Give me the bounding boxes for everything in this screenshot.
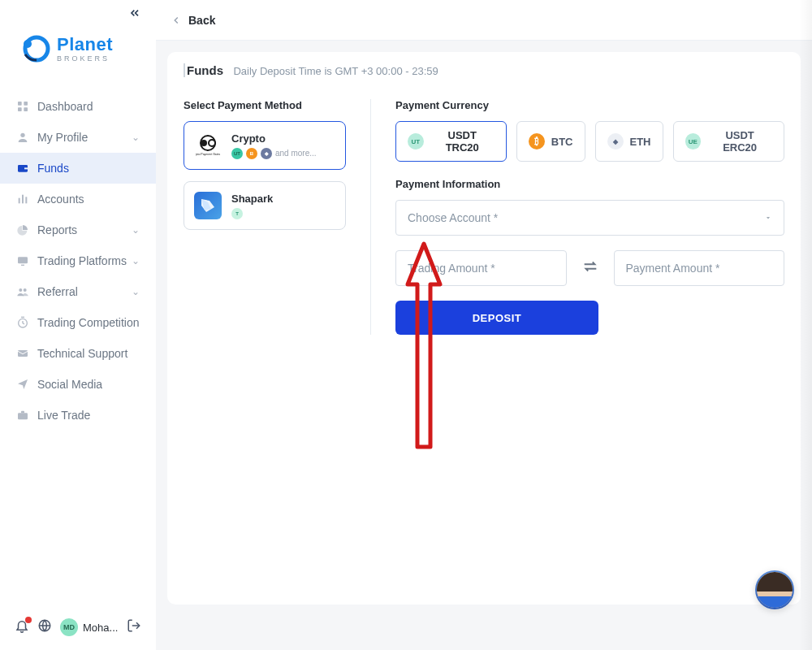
platform-icon — [16, 254, 29, 267]
toman-chip-icon: T — [231, 208, 243, 219]
page-title: Funds — [184, 63, 223, 77]
sidebar-item-label: Accounts — [37, 193, 140, 206]
sidebar-item-label: My Profile — [37, 131, 132, 144]
wallet-icon — [16, 162, 29, 175]
payment-amount-input[interactable] — [626, 262, 773, 275]
logout-icon — [127, 618, 141, 633]
logout-button[interactable] — [127, 618, 141, 636]
payment-method-crypto[interactable]: Crypto Payment Gateway Crypto UT B ◆ and… — [184, 121, 346, 170]
svg-point-14 — [19, 288, 22, 292]
pie-icon — [16, 223, 29, 236]
svg-rect-10 — [22, 195, 24, 204]
currency-usdt-trc20[interactable]: UT USDT TRC20 — [395, 121, 507, 162]
brand-sub: BROKERS — [57, 55, 113, 63]
sidebar-footer: MD Moha... — [0, 604, 156, 650]
usdt-chip-icon: UT — [231, 148, 243, 159]
btc-badge-icon: ₿ — [529, 133, 545, 150]
svg-point-15 — [24, 288, 27, 292]
svg-rect-9 — [19, 198, 20, 204]
chat-widget[interactable] — [755, 570, 794, 609]
svg-rect-3 — [24, 102, 28, 106]
deposit-button[interactable]: DEPOSIT — [395, 301, 598, 335]
chat-avatar-icon — [757, 572, 793, 608]
svg-point-23 — [201, 140, 207, 146]
back-button[interactable]: Back — [171, 14, 215, 27]
page-subtitle: Daily Deposit Time is GMT +3 00:00 - 23:… — [233, 65, 438, 77]
svg-point-1 — [24, 40, 32, 48]
shapark-logo-icon — [194, 192, 222, 219]
grid-icon — [16, 100, 29, 113]
sidebar-item-label: Funds — [37, 162, 140, 175]
sidebar-item-my-profile[interactable]: My Profile ⌄ — [0, 122, 156, 153]
payment-method-heading: Select Payment Method — [184, 99, 346, 111]
choose-account-select[interactable]: Choose Account * — [395, 200, 784, 236]
user-name: Moha... — [83, 622, 118, 634]
sidebar-item-social-media[interactable]: Social Media — [0, 369, 156, 400]
main-area: Back Funds Daily Deposit Time is GMT +3 … — [156, 0, 812, 650]
user-menu[interactable]: MD Moha... — [60, 618, 119, 636]
swap-icon — [581, 258, 599, 275]
svg-rect-13 — [21, 265, 24, 266]
back-label: Back — [188, 14, 215, 27]
chevron-down-icon: ⌄ — [132, 224, 140, 236]
svg-rect-19 — [21, 411, 24, 414]
sidebar-item-funds[interactable]: Funds — [0, 153, 156, 184]
svg-rect-8 — [24, 167, 28, 169]
payment-method-column: Select Payment Method Crypto Payment Gat… — [184, 99, 346, 335]
currency-usdt-erc20[interactable]: UE USDT ERC20 — [673, 121, 785, 162]
funds-card: Funds Daily Deposit Time is GMT +3 00:00… — [167, 52, 801, 604]
bars-icon — [16, 193, 29, 206]
svg-point-6 — [20, 133, 24, 137]
card-header: Funds Daily Deposit Time is GMT +3 00:00… — [167, 52, 801, 89]
currency-eth[interactable]: ◆ ETH — [595, 121, 663, 162]
briefcase-icon — [16, 409, 29, 422]
sidebar-item-technical-support[interactable]: Technical Support — [0, 338, 156, 369]
globe-icon — [37, 618, 52, 633]
svg-rect-18 — [18, 413, 28, 419]
usdt-erc20-badge-icon: UE — [685, 133, 702, 150]
payment-method-shapark[interactable]: Shapark T — [184, 181, 346, 230]
currency-label: USDT ERC20 — [707, 129, 772, 154]
sidebar-item-label: Trading Competition — [37, 316, 140, 329]
svg-rect-4 — [18, 107, 22, 111]
sidebar-item-trading-platforms[interactable]: Trading Platforms ⌄ — [0, 245, 156, 276]
usdt-trc20-badge-icon: UT — [408, 133, 424, 150]
svg-point-24 — [209, 140, 215, 146]
sidebar-collapse-button[interactable] — [128, 6, 141, 23]
language-button[interactable] — [37, 618, 52, 636]
sidebar-item-referral[interactable]: Referral ⌄ — [0, 276, 156, 307]
topbar: Back — [156, 0, 812, 41]
sidebar-item-accounts[interactable]: Accounts — [0, 184, 156, 214]
eth-chip-icon: ◆ — [261, 148, 272, 159]
sidebar-item-dashboard[interactable]: Dashboard — [0, 91, 156, 122]
payment-amount-field[interactable] — [614, 250, 785, 286]
content: Funds Daily Deposit Time is GMT +3 00:00… — [156, 41, 812, 650]
paperplane-icon — [16, 378, 29, 391]
trading-amount-field[interactable] — [395, 250, 567, 286]
crypto-chips: UT B ◆ and more... — [231, 148, 317, 159]
sidebar-item-live-trade[interactable]: Live Trade — [0, 400, 156, 431]
and-more-label: and more... — [275, 149, 317, 158]
notification-dot — [25, 617, 32, 623]
sidebar-item-label: Reports — [37, 223, 132, 236]
sidebar: Planet BROKERS Dashboard My Profile ⌄ Fu… — [0, 0, 156, 650]
currency-btc[interactable]: ₿ BTC — [516, 121, 585, 162]
notifications-button[interactable] — [15, 618, 29, 636]
chevron-down-icon: ⌄ — [132, 286, 140, 297]
svg-text:Crypto Payment Gateway: Crypto Payment Gateway — [196, 153, 220, 156]
sidebar-nav: Dashboard My Profile ⌄ Funds Accounts Re… — [0, 84, 156, 604]
chevron-left-icon — [171, 15, 182, 26]
trading-amount-input[interactable] — [408, 262, 555, 275]
sidebar-item-trading-competition[interactable]: Trading Competition — [0, 307, 156, 338]
svg-rect-11 — [25, 197, 27, 203]
swap-button[interactable] — [580, 258, 601, 279]
svg-rect-17 — [18, 350, 28, 357]
sidebar-item-label: Social Media — [37, 378, 140, 391]
currency-row: UT USDT TRC20 ₿ BTC ◆ ETH UE — [395, 121, 784, 162]
currency-label: ETH — [630, 136, 651, 148]
currency-label: USDT TRC20 — [430, 129, 495, 154]
sidebar-item-reports[interactable]: Reports ⌄ — [0, 214, 156, 245]
eth-badge-icon: ◆ — [607, 133, 624, 150]
crypto-logo-icon: Crypto Payment Gateway — [194, 132, 222, 159]
user-icon — [16, 131, 29, 144]
